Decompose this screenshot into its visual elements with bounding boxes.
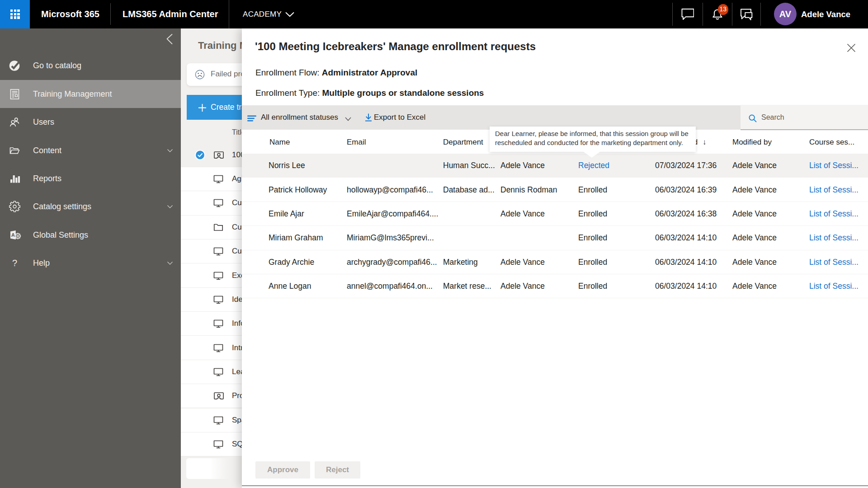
svg-text:A: A [11,232,15,238]
